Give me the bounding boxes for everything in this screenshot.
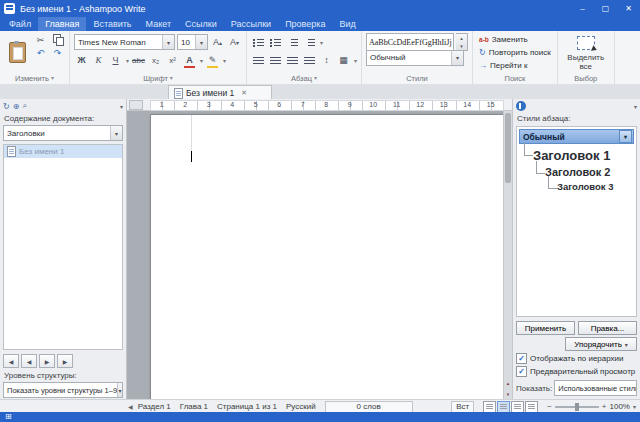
underline-options-icon[interactable]: ▾ [126, 57, 129, 64]
contents-filter-select[interactable]: Заголовки ▾ [3, 125, 123, 141]
align-right-button[interactable] [285, 53, 300, 68]
grow-font-button[interactable]: А▴ [210, 35, 225, 50]
group-launcher-icon[interactable]: ▾ [51, 73, 54, 84]
decrease-indent-button[interactable] [285, 35, 300, 50]
status-language[interactable]: Русский [286, 402, 316, 411]
minimize-icon[interactable]: – [571, 0, 594, 17]
status-section[interactable]: Раздел 1 [138, 402, 171, 411]
chevron-down-icon[interactable]: ▾ [451, 51, 463, 65]
subscript-button[interactable]: x₂ [148, 53, 163, 68]
tree-item-document[interactable]: Без имени 1 [4, 145, 122, 158]
preview-checkbox[interactable]: ✓ Предварительный просмотр [516, 366, 637, 377]
panel-options-icon[interactable]: ▾ [634, 103, 637, 110]
view-web-button[interactable] [511, 401, 524, 413]
status-chapter[interactable]: Глава 1 [180, 402, 208, 411]
tab-view[interactable]: Вид [332, 17, 362, 31]
select-all-button[interactable]: Выделить все [562, 53, 610, 71]
show-styles-select[interactable]: Использованные стили ▾ [554, 380, 637, 396]
numbered-list-button[interactable] [268, 35, 283, 50]
italic-button[interactable]: К [91, 53, 106, 68]
style-item-heading2[interactable]: Заголовок 2 [545, 166, 634, 178]
maximize-icon[interactable]: ▢ [594, 0, 617, 17]
bullet-list-button[interactable] [251, 35, 266, 50]
tab-file[interactable]: Файл [2, 17, 38, 31]
page[interactable] [150, 114, 504, 399]
view-normal-button[interactable] [483, 401, 496, 413]
arrange-button[interactable]: Упорядочить ▾ [565, 337, 637, 351]
zoom-slider-thumb[interactable] [575, 403, 579, 411]
style-item-normal[interactable]: Обычный ▾ [519, 129, 634, 144]
scroll-up-icon[interactable]: ▴ [456, 34, 467, 42]
apply-style-button[interactable]: Применить [516, 321, 575, 335]
scroll-left-icon[interactable]: ◀ [128, 403, 133, 410]
horizontal-ruler[interactable]: 123456789101112131415 [127, 99, 512, 111]
tab-mailings[interactable]: Рассылки [224, 17, 278, 31]
checkbox-box[interactable]: ✓ [516, 353, 527, 364]
outline-level-select[interactable]: Показать уровни структуры 1–9 ▾ [3, 382, 123, 398]
status-insert-mode[interactable]: Вст [451, 401, 474, 413]
previous-page-icon[interactable]: ▴ [504, 377, 512, 388]
style-item-heading3[interactable]: Заголовок 3 [557, 181, 634, 192]
chevron-down-icon[interactable]: ▾ [117, 383, 122, 397]
start-button[interactable]: ⊞ [0, 412, 17, 422]
font-color-button[interactable]: А [182, 53, 197, 68]
font-name-select[interactable]: Times New Roman ▾ [74, 34, 175, 50]
repeat-search-button[interactable]: ↻ Повторить поиск [477, 46, 553, 59]
highlight-options-icon[interactable]: ▾ [223, 57, 226, 64]
edit-style-button[interactable]: Правка... [578, 321, 637, 335]
underline-button[interactable]: Ч [108, 53, 123, 68]
locate-icon[interactable]: ⊕ [13, 102, 20, 111]
search-icon[interactable]: ⌕ [22, 101, 26, 111]
checkbox-box[interactable]: ✓ [516, 366, 527, 377]
borders-options-icon[interactable]: ▾ [354, 57, 357, 64]
undo-icon[interactable]: ↶ [33, 45, 48, 60]
bold-button[interactable]: Ж [74, 53, 89, 68]
style-options-icon[interactable]: ▾ [619, 130, 632, 143]
tab-references[interactable]: Ссылки [178, 17, 224, 31]
refresh-icon[interactable]: ↻ [3, 102, 10, 111]
zoom-options-icon[interactable]: ▾ [633, 403, 636, 410]
align-left-button[interactable] [251, 53, 266, 68]
next-heading-button[interactable]: ▶ [39, 354, 55, 368]
redo-icon[interactable]: ↷ [50, 45, 65, 60]
chevron-down-icon[interactable]: ▾ [195, 35, 207, 49]
goto-button[interactable]: → Перейти к [477, 59, 553, 72]
line-spacing-button[interactable]: ↕ [319, 53, 334, 68]
view-print-layout-button[interactable] [497, 401, 510, 413]
superscript-button[interactable]: x² [165, 53, 180, 68]
tab-insert[interactable]: Вставить [86, 17, 138, 31]
group-launcher-icon[interactable]: ▾ [314, 73, 317, 84]
vertical-scrollbar[interactable] [503, 111, 512, 377]
style-gallery-preview[interactable]: AaBbCcDdEeFfGgHhIiJj [366, 33, 454, 51]
next-page-icon[interactable]: ▾ [504, 388, 512, 399]
panel-menu-icon[interactable]: ▾ [120, 103, 123, 110]
scrollbar-thumb[interactable] [505, 113, 511, 183]
style-item-heading1[interactable]: Заголовок 1 [533, 148, 634, 163]
strikethrough-button[interactable]: abc [131, 53, 146, 68]
group-launcher-icon[interactable]: ▾ [170, 73, 173, 84]
first-heading-button[interactable]: ◀ [3, 354, 19, 368]
current-style-select[interactable]: Обычный ▾ [366, 50, 464, 66]
last-heading-button[interactable]: ▶ [57, 354, 73, 368]
chevron-down-icon[interactable]: ▾ [162, 35, 174, 49]
tab-close-icon[interactable]: ✕ [241, 89, 247, 97]
status-page[interactable]: Страница 1 из 1 [217, 402, 277, 411]
tab-home[interactable]: Главная [38, 17, 86, 31]
shrink-font-button[interactable]: А▾ [227, 35, 242, 50]
zoom-slider[interactable] [555, 406, 599, 408]
chevron-down-icon[interactable]: ▾ [110, 126, 122, 140]
tab-review[interactable]: Проверка [278, 17, 332, 31]
replace-button[interactable]: a-b Заменить [477, 33, 553, 46]
font-color-options-icon[interactable]: ▾ [200, 57, 203, 64]
highlight-button[interactable]: ✎ [205, 53, 220, 68]
borders-button[interactable]: ▦ [336, 53, 351, 68]
status-word-count[interactable]: 0 слов [325, 401, 413, 413]
zoom-out-icon[interactable]: − [547, 402, 552, 411]
close-icon[interactable]: ✕ [617, 0, 640, 17]
justify-button[interactable] [302, 53, 317, 68]
font-size-select[interactable]: 10 ▾ [177, 34, 208, 50]
document-canvas[interactable]: ▴ ▾ [127, 111, 512, 399]
zoom-level[interactable]: 100% [610, 402, 630, 411]
previous-heading-button[interactable]: ◀ [21, 354, 37, 368]
document-tab[interactable]: Без имени 1 ✕ [168, 85, 272, 100]
